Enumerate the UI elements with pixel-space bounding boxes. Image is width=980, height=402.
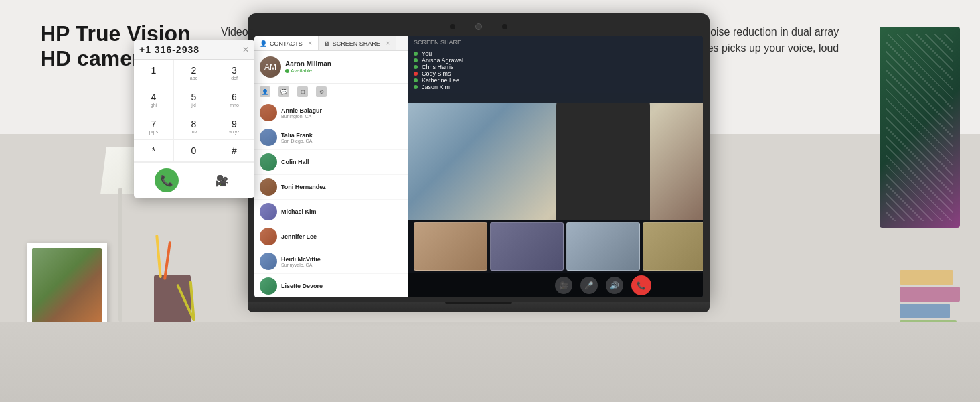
participant-thumb-4[interactable] bbox=[643, 222, 703, 271]
dial-key-3[interactable]: 3 def bbox=[214, 60, 254, 86]
contact-tools: 👤 💬 ⊞ ⚙ bbox=[254, 84, 408, 100]
user-header: AM Aaron Millman Available bbox=[254, 51, 408, 84]
dialpad-close-button[interactable]: ✕ bbox=[242, 45, 249, 54]
key-letters: tuv bbox=[177, 129, 211, 134]
laptop-camera-bar bbox=[254, 20, 703, 34]
contact-item-colin[interactable]: Colin Hall bbox=[254, 150, 408, 175]
dial-key-4[interactable]: 4 ghi bbox=[134, 86, 174, 113]
dial-key-star[interactable]: * bbox=[134, 140, 174, 162]
dialpad-footer: 📞 🎥 bbox=[134, 162, 254, 198]
contact-item-jennifer[interactable]: Jennifer Lee bbox=[254, 224, 408, 249]
participant-thumb-1[interactable] bbox=[414, 222, 487, 271]
tool-profile-icon[interactable]: 👤 bbox=[260, 86, 270, 97]
laptop-base bbox=[248, 302, 710, 312]
contact-name: Annie Balagur bbox=[281, 107, 403, 114]
participant-status-dot bbox=[414, 52, 418, 56]
key-num: 7 bbox=[137, 119, 171, 129]
contact-name: Jennifer Lee bbox=[281, 233, 403, 240]
video-toggle-button[interactable]: 🎥 bbox=[555, 277, 572, 294]
screen-share-tab-close[interactable]: ✕ bbox=[386, 40, 390, 46]
key-num: 2 bbox=[177, 65, 211, 76]
participant-row-chris: Chris Harris bbox=[414, 64, 703, 70]
tool-settings-icon[interactable]: ⚙ bbox=[316, 86, 327, 97]
camera-indicator-right bbox=[502, 24, 507, 29]
key-num: 1 bbox=[137, 65, 171, 76]
user-status: Available bbox=[285, 68, 331, 74]
contact-name: Michael Kim bbox=[281, 208, 403, 215]
dialpad-overlay: +1 316-2938 ✕ 1 2 abc 3 def 4 ghi 5 jkl … bbox=[134, 40, 254, 198]
contact-name: Heidi McVittie bbox=[281, 256, 403, 263]
contact-avatar bbox=[260, 178, 277, 196]
contact-name: Toni Hernandez bbox=[281, 184, 403, 190]
call-controls-bar: 🎥 🎤 🔊 📞 bbox=[408, 273, 703, 297]
book-1 bbox=[900, 270, 953, 285]
dial-key-8[interactable]: 8 tuv bbox=[174, 113, 214, 140]
tool-chat-icon[interactable]: 💬 bbox=[278, 86, 289, 97]
key-letters: abc bbox=[177, 76, 211, 80]
participant-thumb-2[interactable] bbox=[490, 222, 564, 271]
contact-item-heidi[interactable]: Heidi McVittie Sunnyvale, CA bbox=[254, 249, 408, 274]
key-num: 3 bbox=[217, 65, 252, 76]
video-person-display bbox=[408, 103, 703, 220]
participant-thumbnails: Aaron Millman bbox=[408, 220, 703, 273]
contact-name: Lisette Devore bbox=[281, 283, 403, 289]
key-num: * bbox=[137, 145, 171, 156]
contact-item-toni[interactable]: Toni Hernandez bbox=[254, 175, 408, 200]
contact-avatar bbox=[260, 228, 277, 245]
key-letters: mno bbox=[217, 103, 252, 107]
contact-avatar bbox=[260, 203, 277, 220]
participants-panel-title: SCREEN SHARE bbox=[414, 39, 461, 46]
dial-key-1[interactable]: 1 bbox=[134, 60, 174, 86]
contact-name: Colin Hall bbox=[281, 159, 403, 165]
participant-name: Cody Sims bbox=[422, 70, 451, 77]
screen-share-tab[interactable]: 🖥 SCREEN SHARE ✕ bbox=[319, 36, 396, 50]
book-2 bbox=[900, 287, 960, 302]
video-call-area: SCREEN SHARE ✕ You bbox=[408, 36, 703, 297]
key-letters: jkl bbox=[177, 103, 211, 107]
dial-key-0[interactable]: 0 bbox=[174, 140, 214, 162]
key-num: 6 bbox=[217, 92, 252, 103]
dial-key-6[interactable]: 6 mno bbox=[214, 86, 254, 113]
user-avatar: AM bbox=[260, 56, 281, 78]
contact-avatar bbox=[260, 129, 277, 146]
contact-name: Talia Frank bbox=[281, 132, 403, 139]
tool-grid-icon[interactable]: ⊞ bbox=[297, 86, 308, 97]
participant-status-dot bbox=[414, 72, 418, 76]
dial-key-2[interactable]: 2 abc bbox=[174, 60, 214, 86]
dial-key-9[interactable]: 9 wxyz bbox=[214, 113, 254, 140]
user-name: Aaron Millman bbox=[285, 60, 331, 68]
participant-name: Anisha Agrawal bbox=[422, 57, 463, 64]
participant-name: Chris Harris bbox=[422, 64, 454, 70]
contact-info: Toni Hernandez bbox=[281, 184, 403, 190]
contact-info: Colin Hall bbox=[281, 159, 403, 165]
contact-info: Jennifer Lee bbox=[281, 233, 403, 240]
participant-status-dot bbox=[414, 65, 418, 69]
end-call-button[interactable]: 📞 bbox=[631, 275, 651, 295]
dial-key-hash[interactable]: # bbox=[214, 140, 254, 162]
dialpad-video-button[interactable]: 🎥 bbox=[210, 168, 234, 192]
lamp-neck bbox=[118, 188, 122, 322]
contacts-tab[interactable]: 👤 CONTACTS ✕ bbox=[254, 36, 319, 50]
contact-item-michael[interactable]: Michael Kim bbox=[254, 200, 408, 224]
dial-key-7[interactable]: 7 pqrs bbox=[134, 113, 174, 140]
dialpad-grid: 1 2 abc 3 def 4 ghi 5 jkl 6 mno 7 pqrs 8 bbox=[134, 60, 254, 162]
participant-thumb-3[interactable] bbox=[566, 222, 640, 271]
contact-item-lisette[interactable]: Lisette Devore bbox=[254, 274, 408, 297]
participant-status-dot bbox=[414, 78, 418, 82]
contacts-tab-close[interactable]: ✕ bbox=[308, 40, 313, 46]
contact-location: Sunnyvale, CA bbox=[281, 263, 403, 267]
contact-info: Annie Balagur Burlington, CA bbox=[281, 107, 403, 119]
key-num: 5 bbox=[177, 92, 211, 103]
contact-avatar bbox=[260, 104, 277, 121]
speaker-button[interactable]: 🔊 bbox=[606, 277, 623, 294]
key-letters: def bbox=[217, 76, 252, 80]
dial-key-5[interactable]: 5 jkl bbox=[174, 86, 214, 113]
dialpad-call-button[interactable]: 📞 bbox=[155, 168, 179, 192]
camera-lens bbox=[475, 23, 482, 30]
mute-button[interactable]: 🎤 bbox=[580, 277, 598, 294]
contact-item-talia[interactable]: Talia Frank San Diego, CA bbox=[254, 125, 408, 150]
contact-avatar bbox=[260, 277, 277, 295]
person-silhouette bbox=[536, 103, 670, 220]
contact-item-annie[interactable]: Annie Balagur Burlington, CA bbox=[254, 100, 408, 125]
participant-name: You bbox=[422, 50, 432, 57]
